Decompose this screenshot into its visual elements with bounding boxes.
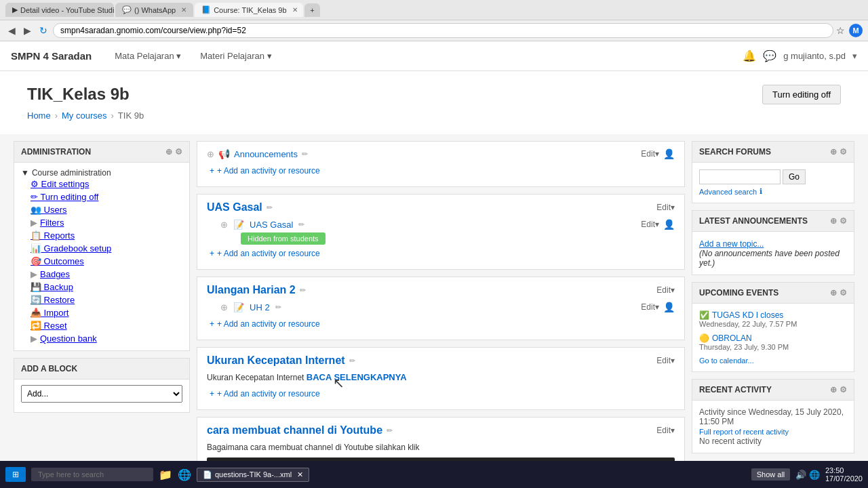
uh2-edit-btn[interactable]: Edit▾ <box>641 302 659 312</box>
search-input[interactable] <box>699 169 781 184</box>
tab-youtube-studio[interactable]: ▶ Detail video - YouTube Studio ✕ <box>5 3 114 17</box>
user-dropdown-icon[interactable]: ▾ <box>852 51 857 61</box>
uas-gasal-activity-edit-btn[interactable]: Edit▾ <box>641 220 659 229</box>
ulangan-harian-title[interactable]: Ulangan Harian 2 <box>207 284 296 296</box>
outcomes-link[interactable]: 🎯 Outcomes <box>31 256 84 266</box>
add-activity-uh2[interactable]: + + Add an activity or resource <box>207 315 675 333</box>
uas-gasal-activity-user-icon[interactable]: 👤 <box>663 219 675 230</box>
go-calendar-link[interactable]: Go to calendar... <box>699 357 847 365</box>
gradebook-link[interactable]: 📊 Gradebook setup <box>31 243 111 253</box>
tab-whatsapp[interactable]: 💬 () WhatsApp ✕ <box>115 3 193 17</box>
taskbar-icon-browser[interactable]: 🌐 <box>178 468 191 481</box>
question-bank-link[interactable]: Question bank <box>40 333 97 344</box>
filters-link[interactable]: Filters <box>40 218 64 228</box>
site-name[interactable]: SMPN 4 Saradan <box>11 50 92 62</box>
baca-selengkapnya-link[interactable]: BACA SELENGKAPNYA <box>307 372 407 382</box>
address-bar[interactable] <box>53 23 833 38</box>
recent-move-icon[interactable]: ⊕ <box>830 385 837 394</box>
uh2-move-handle[interactable]: ⊕ <box>220 302 228 312</box>
show-all-btn[interactable]: Show all <box>751 468 791 481</box>
announcements-edit-bar: Edit▾ 👤 <box>641 148 675 159</box>
file-close-icon[interactable]: ✕ <box>297 470 303 479</box>
forward-btn[interactable]: ▶ <box>21 24 34 37</box>
taskbar-search[interactable] <box>31 468 153 481</box>
announcements-move-icon[interactable]: ⊕ <box>830 216 837 226</box>
refresh-btn[interactable]: ↻ <box>37 24 50 37</box>
uas-gasal-activity-edit-icon[interactable]: ✏ <box>298 220 304 229</box>
announcements-edit-btn[interactable]: Edit▾ <box>641 149 659 159</box>
turn-editing-btn[interactable]: Turn editing off <box>762 85 841 104</box>
add-activity-uh2-label: + Add an activity or resource <box>217 319 320 329</box>
back-btn[interactable]: ◀ <box>5 24 18 37</box>
restore-link[interactable]: 🔄 Restore <box>31 295 75 305</box>
breadcrumb-home[interactable]: Home <box>27 110 51 121</box>
breadcrumb-mycourses[interactable]: My courses <box>62 110 106 121</box>
course-admin-toggle[interactable]: ▼ Course administration <box>21 168 182 178</box>
uas-gasal-activity-link[interactable]: UAS Gasal <box>250 220 293 230</box>
youtube-edit-btn[interactable]: Edit▾ <box>656 426 675 435</box>
turn-editing-link[interactable]: ✏ Turn editing off <box>31 192 98 202</box>
admin-move-icon[interactable]: ⊕ <box>165 147 172 157</box>
search-settings-icon[interactable]: ⚙ <box>840 147 847 157</box>
events-settings-icon[interactable]: ⚙ <box>840 288 847 298</box>
advanced-search-link[interactable]: Advanced search ℹ <box>699 187 847 196</box>
whatsapp-tab-close[interactable]: ✕ <box>181 6 186 14</box>
uh2-activity-link[interactable]: UH 2 <box>250 302 270 312</box>
tab-course[interactable]: 📘 Course: TIK_Kelas 9b ✕ <box>195 3 303 17</box>
admin-settings-icon[interactable]: ⚙ <box>175 147 182 157</box>
badges-link[interactable]: Badges <box>40 269 70 279</box>
youtube-title[interactable]: cara membuat channel di Youtube <box>207 424 382 436</box>
search-go-btn[interactable]: Go <box>783 169 806 184</box>
youtube-edit-icon[interactable]: ✏ <box>387 426 393 435</box>
ulangan-harian-edit-icon[interactable]: ✏ <box>300 286 306 295</box>
add-activity-kecepatan[interactable]: + + Add an activity or resource <box>207 385 675 403</box>
recent-settings-icon[interactable]: ⚙ <box>840 385 847 394</box>
taskbar-file-item[interactable]: 📄 questions-TIK 9a-...xml ✕ <box>197 468 309 482</box>
announcements-user-icon[interactable]: 👤 <box>663 148 675 159</box>
announcements-link[interactable]: Announcements <box>234 149 298 159</box>
backup-link[interactable]: 💾 Backup <box>31 282 73 292</box>
ulangan-harian-edit-btn[interactable]: Edit▾ <box>656 285 675 295</box>
start-button[interactable]: ⊞ <box>5 467 26 482</box>
nav-mata-pelajaran[interactable]: Mata Pelajaran ▾ <box>105 43 191 69</box>
obrolan-event-link[interactable]: 🟡 OBROLAN <box>699 333 847 343</box>
edit-settings-icon: ⚙ <box>31 179 39 189</box>
announcements-settings-icon[interactable]: ⚙ <box>840 216 847 226</box>
move-handle[interactable]: ⊕ <box>207 149 214 159</box>
kecepatan-title[interactable]: Ukuran Kecepatan Internet <box>207 354 345 367</box>
add-topic-link[interactable]: Add a new topic... <box>699 239 764 249</box>
course-tab-close[interactable]: ✕ <box>292 6 298 14</box>
reset-link[interactable]: 🔁 Reset <box>31 321 67 331</box>
edit-settings-link[interactable]: ⚙ Edit settings <box>31 179 89 189</box>
uh2-user-icon[interactable]: 👤 <box>663 302 675 312</box>
nav-materi-pelajaran[interactable]: Materi Pelajaran ▾ <box>191 43 281 69</box>
kecepatan-edit-icon[interactable]: ✏ <box>349 357 355 365</box>
add-block-body: Add... <box>14 380 189 412</box>
users-link[interactable]: 👥 Users <box>31 205 67 215</box>
kecepatan-edit-btn[interactable]: Edit▾ <box>656 356 675 365</box>
expand-icon[interactable]: ▶ <box>31 218 37 228</box>
announcements-edit-icon[interactable]: ✏ <box>302 150 308 159</box>
full-report-link[interactable]: Full report of recent activity <box>699 428 789 436</box>
uas-gasal-move-handle[interactable]: ⊕ <box>220 220 228 230</box>
import-link[interactable]: 📥 Import <box>31 308 68 318</box>
tugas-event-link[interactable]: ✅ TUGAS KD I closes <box>699 310 847 320</box>
uas-gasal-edit-btn[interactable]: Edit▾ <box>656 203 675 212</box>
reports-link[interactable]: 📋 Reports <box>31 230 75 241</box>
user-profile-icon[interactable]: M <box>849 24 863 37</box>
search-move-icon[interactable]: ⊕ <box>830 147 837 157</box>
add-activity-uas[interactable]: + + Add an activity or resource <box>207 245 675 262</box>
events-move-icon[interactable]: ⊕ <box>830 288 837 298</box>
uas-gasal-title[interactable]: UAS Gasal <box>207 201 262 214</box>
badges-expand-icon[interactable]: ▶ <box>31 269 37 279</box>
chat-icon[interactable]: 💬 <box>763 49 776 62</box>
add-block-select[interactable]: Add... <box>21 385 182 403</box>
bookmark-icon[interactable]: ☆ <box>836 25 845 36</box>
user-name[interactable]: g mujianto, s.pd <box>783 51 846 61</box>
add-activity-announcements[interactable]: + + Add an activity or resource <box>207 162 675 180</box>
uh2-edit-icon[interactable]: ✏ <box>275 303 281 312</box>
new-tab-btn[interactable]: + <box>304 3 319 17</box>
uas-gasal-edit-icon[interactable]: ✏ <box>267 203 273 212</box>
question-expand-icon[interactable]: ▶ <box>31 333 37 344</box>
bell-icon[interactable]: 🔔 <box>743 49 756 62</box>
